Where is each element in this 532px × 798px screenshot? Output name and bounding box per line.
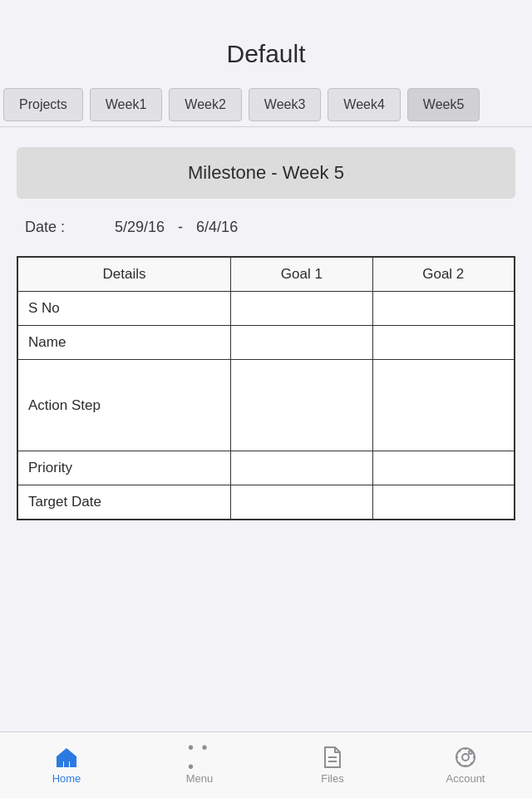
tab-week1[interactable]: Week1: [90, 88, 163, 121]
row-label-priority: Priority: [18, 451, 231, 485]
tab-week2[interactable]: Week2: [169, 88, 242, 121]
svg-line-11: [470, 762, 471, 763]
svg-point-4: [462, 754, 469, 761]
nav-home-label: Home: [52, 772, 81, 785]
table-row: Name: [18, 326, 515, 360]
tab-week5[interactable]: Week5: [407, 88, 480, 121]
menu-icon: • • •: [188, 746, 211, 769]
row-goal1-action-step[interactable]: [231, 360, 372, 451]
table-header-row: Details Goal 1 Goal 2: [18, 258, 515, 292]
tab-week4[interactable]: Week4: [328, 88, 401, 121]
date-dash: -: [178, 219, 183, 236]
milestone-title: Milestone - Week 5: [188, 162, 344, 183]
nav-files[interactable]: Files: [266, 746, 399, 785]
main-content: Milestone - Week 5 Date : 5/29/16 - 6/4/…: [0, 127, 532, 759]
row-label-target-date: Target Date: [18, 485, 231, 520]
tab-projects[interactable]: Projects: [3, 88, 83, 121]
home-icon: [55, 746, 78, 769]
row-label-sno: S No: [18, 292, 231, 326]
nav-menu[interactable]: • • • Menu: [133, 746, 266, 785]
row-goal1-target-date[interactable]: [231, 485, 372, 520]
date-end: 6/4/16: [196, 219, 238, 236]
col-goal1: Goal 1: [231, 258, 372, 292]
table-row: Action Step: [18, 360, 515, 451]
header: Default: [0, 0, 532, 83]
col-details: Details: [18, 258, 231, 292]
row-goal2-priority[interactable]: [372, 451, 514, 485]
nav-home[interactable]: Home: [0, 746, 133, 785]
svg-line-10: [459, 751, 460, 751]
svg-line-12: [470, 751, 471, 751]
nav-account[interactable]: Account: [399, 746, 532, 785]
page-title: Default: [226, 40, 305, 67]
row-label-name: Name: [18, 326, 231, 360]
table-row: Priority: [18, 451, 515, 485]
row-goal1-name[interactable]: [231, 326, 372, 360]
row-goal2-target-date[interactable]: [372, 485, 514, 520]
bottom-nav: Home • • • Menu Files: [0, 732, 532, 798]
svg-line-13: [459, 762, 460, 763]
account-icon: [454, 746, 477, 769]
milestone-box: Milestone - Week 5: [17, 147, 515, 199]
col-goal2: Goal 2: [372, 258, 514, 292]
tab-bar: Projects Week1 Week2 Week3 Week4 Week5: [0, 83, 532, 127]
milestone-table: Details Goal 1 Goal 2 S No Name Action: [17, 256, 515, 520]
row-goal1-sno[interactable]: [231, 292, 372, 326]
nav-files-label: Files: [321, 772, 343, 785]
date-start: 5/29/16: [115, 219, 165, 236]
row-goal1-priority[interactable]: [231, 451, 372, 485]
row-label-action-step: Action Step: [18, 360, 231, 451]
svg-rect-0: [64, 761, 69, 767]
tab-week3[interactable]: Week3: [249, 88, 322, 121]
date-row: Date : 5/29/16 - 6/4/16: [17, 219, 515, 236]
files-icon: [321, 746, 344, 769]
row-goal2-name[interactable]: [372, 326, 514, 360]
date-label: Date :: [25, 219, 65, 236]
nav-account-label: Account: [446, 772, 485, 785]
table-row: S No: [18, 292, 515, 326]
table-row: Target Date: [18, 485, 515, 520]
row-goal2-action-step[interactable]: [372, 360, 514, 451]
row-goal2-sno[interactable]: [372, 292, 514, 326]
nav-menu-label: Menu: [186, 772, 214, 785]
